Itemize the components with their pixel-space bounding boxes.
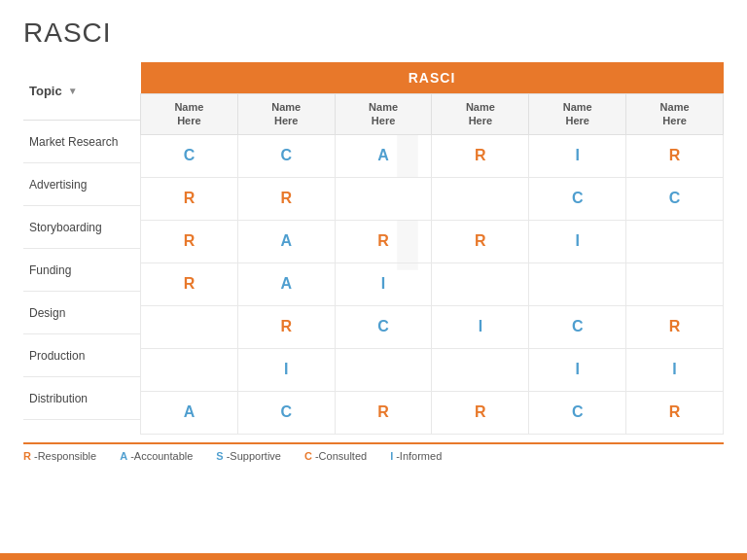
table-row: RRCC bbox=[141, 177, 724, 220]
table-row: RAI bbox=[141, 262, 724, 305]
table-row: RARRI bbox=[141, 220, 724, 262]
cell-r0-c3: R bbox=[432, 134, 529, 177]
topic-header[interactable]: Topic ▼ bbox=[23, 62, 140, 121]
cell-r4-c2: C bbox=[335, 305, 432, 348]
col-header-5: NameHere bbox=[529, 94, 626, 135]
legend-item-s: S - Supportive bbox=[216, 450, 281, 462]
rasci-header-cell: RASCI bbox=[141, 62, 724, 94]
legend-text-r: Responsible bbox=[38, 450, 97, 462]
rasci-header-row: RASCI bbox=[141, 62, 724, 94]
cell-r2-c3: R bbox=[432, 220, 529, 262]
legend-item-i: I - Informed bbox=[390, 450, 442, 462]
cell-r2-c5 bbox=[626, 220, 724, 262]
cell-r1-c3 bbox=[432, 177, 529, 220]
cell-r6-c3: R bbox=[432, 391, 529, 434]
legend-letter-r: R bbox=[23, 450, 31, 462]
cell-r3-c0: R bbox=[141, 262, 238, 305]
cell-r4-c1: R bbox=[237, 305, 335, 348]
legend-text-a: Accountable bbox=[134, 450, 194, 462]
col-header-3: NameHere bbox=[335, 94, 432, 135]
topic-row-funding: Funding bbox=[23, 249, 140, 292]
cell-r3-c3 bbox=[432, 262, 529, 305]
legend-item-r: R - Responsible bbox=[23, 450, 96, 462]
page-title: RASCI bbox=[23, 18, 724, 49]
topic-row-market-research: Market Research bbox=[23, 121, 140, 163]
cell-r0-c4: I bbox=[529, 134, 626, 177]
topic-label: Topic bbox=[29, 84, 62, 98]
cell-r5-c2 bbox=[335, 348, 432, 391]
cell-r1-c4: C bbox=[529, 177, 626, 220]
table-row: ACRRCR bbox=[141, 391, 724, 434]
table-row: III bbox=[141, 348, 724, 391]
legend-letter-s: S bbox=[216, 450, 223, 462]
cell-r1-c1: R bbox=[237, 177, 335, 220]
cell-r0-c2: A bbox=[335, 134, 432, 177]
topic-row-distribution: Distribution bbox=[23, 377, 140, 420]
legend-item-a: A - Accountable bbox=[120, 450, 193, 462]
cell-r2-c1: A bbox=[237, 220, 335, 262]
cell-r1-c2 bbox=[335, 177, 432, 220]
cell-r0-c0: C bbox=[141, 134, 238, 177]
table-row: CCARIR bbox=[141, 134, 724, 177]
legend: R - Responsible A - Accountable S - Supp… bbox=[23, 442, 724, 462]
table-body: CCARIRRRCCRARRIRAIRCICRIIIACRRCR bbox=[141, 134, 724, 434]
cell-r4-c5: R bbox=[626, 305, 724, 348]
legend-text-s: Supportive bbox=[230, 450, 281, 462]
legend-text-c: Consulted bbox=[319, 450, 368, 462]
cell-r3-c4 bbox=[529, 262, 626, 305]
cell-r6-c4: C bbox=[529, 391, 626, 434]
cell-r4-c3: I bbox=[432, 305, 529, 348]
legend-text-i: Informed bbox=[400, 450, 442, 462]
legend-letter-c: C bbox=[304, 450, 312, 462]
table-row: RCICR bbox=[141, 305, 724, 348]
cell-r3-c2: I bbox=[335, 262, 432, 305]
cell-r2-c4: I bbox=[529, 220, 626, 262]
cell-r5-c1: I bbox=[237, 348, 335, 391]
cell-r4-c4: C bbox=[529, 305, 626, 348]
cell-r6-c5: R bbox=[626, 391, 724, 434]
cell-r2-c0: R bbox=[141, 220, 238, 262]
cell-r3-c1: A bbox=[237, 262, 335, 305]
cell-r0-c1: C bbox=[237, 134, 335, 177]
cell-r4-c0 bbox=[141, 305, 238, 348]
name-header-row: NameHere NameHere NameHere NameHere Name… bbox=[141, 94, 724, 135]
cell-r5-c5: I bbox=[626, 348, 724, 391]
page-container: RASCI Topic ▼ Market Research Advertisin… bbox=[0, 0, 747, 472]
topic-row-production: Production bbox=[23, 334, 140, 377]
cell-r2-c2: R bbox=[335, 220, 432, 262]
dropdown-arrow-icon[interactable]: ▼ bbox=[68, 86, 78, 96]
col-header-4: NameHere bbox=[432, 94, 529, 135]
cell-r6-c1: C bbox=[237, 391, 335, 434]
legend-letter-a: A bbox=[120, 450, 127, 462]
bottom-bar bbox=[0, 553, 747, 560]
legend-item-c: C - Consulted bbox=[304, 450, 367, 462]
cell-r1-c5: C bbox=[626, 177, 724, 220]
topic-column: Topic ▼ Market Research Advertising Stor… bbox=[23, 62, 140, 435]
col-header-2: NameHere bbox=[237, 94, 335, 135]
col-header-1: NameHere bbox=[141, 94, 238, 135]
cell-r0-c5: R bbox=[626, 134, 724, 177]
cell-r1-c0: R bbox=[141, 177, 238, 220]
rasci-data-table: RASCI NameHere NameHere NameHere NameHer… bbox=[140, 62, 724, 435]
cell-r5-c0 bbox=[141, 348, 238, 391]
cell-r6-c2: R bbox=[335, 391, 432, 434]
legend-letter-i: I bbox=[390, 450, 393, 462]
rasci-table-wrapper: Topic ▼ Market Research Advertising Stor… bbox=[23, 62, 724, 435]
topic-row-storyboarding: Storyboarding bbox=[23, 206, 140, 249]
col-header-6: NameHere bbox=[626, 94, 724, 135]
topic-row-advertising: Advertising bbox=[23, 163, 140, 206]
topic-row-design: Design bbox=[23, 292, 140, 334]
cell-r5-c4: I bbox=[529, 348, 626, 391]
cell-r6-c0: A bbox=[141, 391, 238, 434]
cell-r5-c3 bbox=[432, 348, 529, 391]
cell-r3-c5 bbox=[626, 262, 724, 305]
